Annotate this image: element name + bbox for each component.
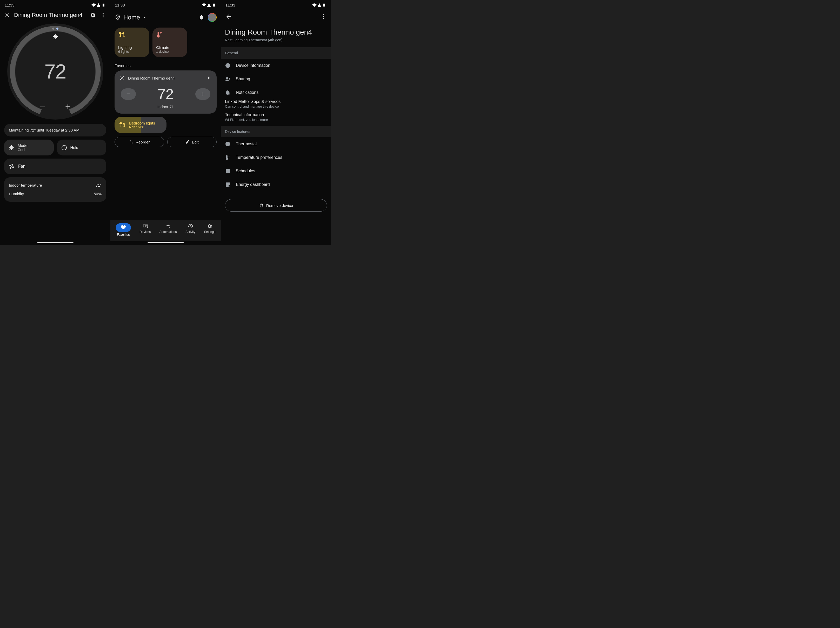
thermostat-dial[interactable]: 72 − + — [7, 24, 103, 120]
lighting-tile[interactable]: Lighting 6 lights — [115, 28, 149, 57]
settings-icon[interactable] — [89, 11, 96, 19]
tab-label: Settings — [204, 230, 215, 234]
svg-rect-11 — [226, 169, 230, 173]
lamp-icon — [118, 31, 125, 38]
thermometer-icon — [225, 155, 231, 160]
tab-label: Activity — [185, 230, 195, 234]
item-thermostat[interactable]: 70 Thermostat — [221, 137, 331, 151]
item-sharing[interactable]: Sharing — [221, 72, 331, 86]
close-icon[interactable] — [4, 11, 11, 19]
gear-icon — [207, 223, 212, 229]
tab-automations[interactable]: Automations — [159, 223, 177, 237]
reorder-label: Reorder — [136, 140, 150, 144]
notifications-icon[interactable] — [198, 14, 205, 21]
location-icon — [115, 14, 121, 21]
item-matter[interactable]: Linked Matter apps & services Can contro… — [221, 99, 331, 112]
calendar-icon — [225, 168, 231, 174]
temp-up-button[interactable]: + — [65, 101, 71, 112]
status-icons — [202, 3, 216, 7]
remove-label: Remove device — [266, 203, 293, 208]
status-time: 11:33 — [226, 3, 235, 7]
temp-up-button[interactable]: + — [195, 89, 210, 100]
snowflake-icon — [119, 75, 125, 81]
svg-point-1 — [103, 14, 104, 16]
item-energy[interactable]: Energy dashboard — [221, 178, 331, 191]
temp-down-button[interactable]: − — [40, 101, 45, 112]
item-notifications[interactable]: Notifications — [221, 86, 331, 99]
item-device-information[interactable]: Device information — [221, 59, 331, 72]
heart-icon — [120, 224, 126, 230]
reorder-button[interactable]: Reorder — [115, 137, 164, 147]
bedroom-lights-card[interactable]: Bedroom lights 6 on • 51% — [115, 117, 166, 133]
item-technical[interactable]: Technical information Wi-Fi, model, vers… — [221, 112, 331, 126]
item-label: Thermostat — [236, 142, 257, 146]
tab-settings[interactable]: Settings — [204, 223, 215, 237]
history-icon — [188, 223, 193, 229]
header — [221, 9, 331, 20]
svg-point-5 — [323, 16, 324, 17]
more-icon[interactable] — [320, 13, 327, 20]
item-label: Linked Matter apps & services — [225, 99, 327, 104]
lights-label: Bedroom lights — [129, 121, 155, 125]
status-message: Maintaining 72° until Tuesday at 2:30 AM — [4, 124, 106, 136]
svg-point-3 — [158, 36, 159, 36]
avatar[interactable] — [208, 13, 216, 22]
fan-label: Fan — [18, 164, 25, 169]
item-label: Temperature preferences — [236, 155, 282, 160]
sparkle-icon — [165, 223, 171, 229]
header: Dining Room Thermo gen4 — [0, 9, 111, 19]
lighting-sub: 6 lights — [118, 50, 146, 54]
reorder-icon — [129, 139, 134, 144]
section-features: Device features — [221, 126, 331, 137]
fan-card[interactable]: Fan — [4, 158, 106, 174]
back-icon[interactable] — [225, 13, 232, 20]
section-general: General — [221, 47, 331, 59]
tab-activity[interactable]: Activity — [185, 223, 195, 237]
item-sublabel: Wi-Fi, model, versions, more — [225, 118, 327, 122]
mode-card[interactable]: Mode Cool — [4, 139, 54, 155]
status-time: 11:33 — [115, 3, 125, 7]
edit-button[interactable]: Edit — [167, 137, 217, 147]
tab-bar: Favorites Devices Automations Activity S… — [111, 220, 221, 241]
tab-favorites[interactable]: Favorites — [116, 223, 131, 237]
temp-down-button[interactable]: − — [121, 89, 136, 100]
lights-sub: 6 on • 51% — [129, 125, 155, 129]
home-selector[interactable]: Home — [123, 14, 195, 21]
tab-devices[interactable]: Devices — [139, 223, 151, 237]
climate-tile[interactable]: Climate 1 device — [152, 28, 187, 57]
status-bar: 11:33 — [221, 0, 331, 9]
humidity-label: Humidity — [9, 191, 24, 196]
hold-label: Hold — [70, 145, 79, 150]
item-label: Device information — [236, 63, 270, 68]
thermo-name: Dining Room Thermo gen4 — [128, 76, 175, 80]
edit-label: Edit — [192, 140, 199, 144]
hold-card[interactable]: Hold — [57, 139, 106, 155]
chevron-down-icon — [142, 15, 147, 20]
item-label: Schedules — [236, 169, 255, 173]
svg-point-8 — [226, 78, 228, 79]
item-label: Technical information — [225, 112, 327, 117]
status-icons — [312, 3, 327, 7]
tab-label: Devices — [139, 230, 151, 234]
favorites-label: Favorites — [115, 63, 216, 68]
svg-point-6 — [323, 18, 324, 19]
more-icon[interactable] — [99, 11, 107, 19]
thermostat-favorite-card[interactable]: Dining Room Thermo gen4 − 72 + Indoor 71 — [115, 70, 216, 114]
info-icon — [225, 63, 231, 68]
people-icon — [225, 76, 231, 82]
indoor-temp-value: 71° — [96, 183, 101, 187]
humidity-value: 50% — [94, 191, 101, 196]
item-label: Energy dashboard — [236, 182, 270, 187]
page-title: Dining Room Thermo gen4 — [14, 12, 86, 19]
indoor-temp: Indoor 71 — [119, 104, 212, 109]
remove-device-button[interactable]: Remove device — [225, 199, 327, 212]
header: Home — [111, 9, 221, 22]
svg-point-2 — [103, 16, 104, 17]
thermostat-detail-screen: 11:33 Dining Room Thermo gen4 72 − + Mai… — [0, 0, 111, 245]
item-temp-preferences[interactable]: Temperature preferences — [221, 151, 331, 164]
home-screen: 11:33 Home Lighting 6 lights Climate — [111, 0, 221, 245]
trash-icon — [259, 203, 264, 208]
lamp-icon — [119, 122, 125, 128]
item-schedules[interactable]: Schedules — [221, 164, 331, 178]
status-bar: 11:33 — [0, 0, 111, 9]
